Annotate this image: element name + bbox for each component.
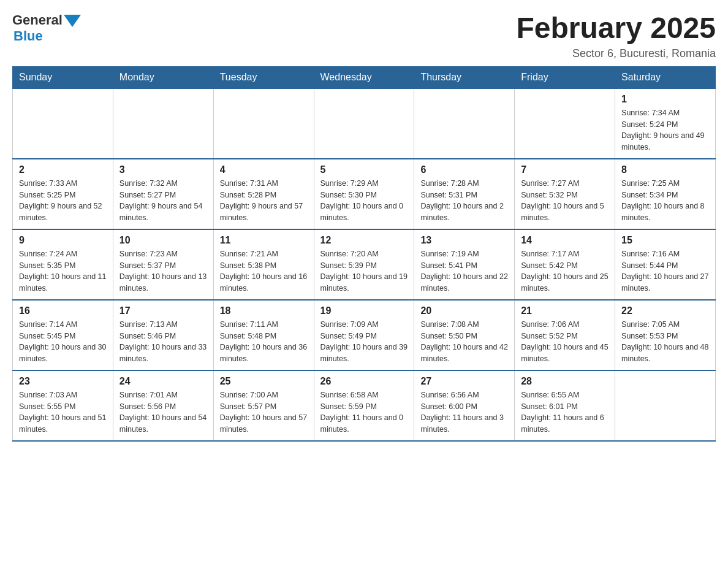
day-number: 2 [19, 164, 107, 175]
calendar-cell: 14Sunrise: 7:17 AMSunset: 5:42 PMDayligh… [515, 229, 615, 300]
day-info: Sunrise: 7:34 AMSunset: 5:24 PMDaylight:… [621, 107, 709, 153]
day-info: Sunrise: 7:32 AMSunset: 5:27 PMDaylight:… [119, 178, 207, 224]
day-number: 16 [19, 305, 107, 316]
day-number: 7 [521, 164, 609, 175]
calendar-cell: 6Sunrise: 7:28 AMSunset: 5:31 PMDaylight… [414, 159, 515, 229]
calendar-table: SundayMondayTuesdayWednesdayThursdayFrid… [12, 66, 716, 442]
calendar-cell: 10Sunrise: 7:23 AMSunset: 5:37 PMDayligh… [113, 229, 213, 300]
day-number: 6 [420, 164, 508, 175]
calendar-day-header: Friday [515, 66, 615, 88]
calendar-cell [414, 88, 515, 159]
day-info: Sunrise: 7:27 AMSunset: 5:32 PMDaylight:… [521, 178, 609, 224]
title-section: February 2025 Sector 6, Bucuresti, Roman… [516, 12, 716, 60]
day-info: Sunrise: 7:13 AMSunset: 5:46 PMDaylight:… [119, 319, 207, 365]
calendar-cell: 3Sunrise: 7:32 AMSunset: 5:27 PMDaylight… [113, 159, 213, 229]
day-info: Sunrise: 7:24 AMSunset: 5:35 PMDaylight:… [19, 248, 107, 294]
calendar-cell: 28Sunrise: 6:55 AMSunset: 6:01 PMDayligh… [515, 370, 615, 441]
calendar-cell: 1Sunrise: 7:34 AMSunset: 5:24 PMDaylight… [615, 88, 716, 159]
day-number: 1 [621, 94, 709, 105]
day-number: 17 [119, 305, 207, 316]
day-info: Sunrise: 7:29 AMSunset: 5:30 PMDaylight:… [320, 178, 408, 224]
calendar-week-row: 23Sunrise: 7:03 AMSunset: 5:55 PMDayligh… [13, 370, 716, 441]
day-number: 15 [621, 235, 709, 246]
day-number: 3 [119, 164, 207, 175]
day-number: 28 [521, 376, 609, 387]
day-number: 12 [320, 235, 408, 246]
calendar-cell [615, 370, 716, 441]
day-info: Sunrise: 7:08 AMSunset: 5:50 PMDaylight:… [420, 319, 508, 365]
day-number: 21 [521, 305, 609, 316]
calendar-cell: 24Sunrise: 7:01 AMSunset: 5:56 PMDayligh… [113, 370, 213, 441]
calendar-cell: 18Sunrise: 7:11 AMSunset: 5:48 PMDayligh… [213, 300, 314, 370]
calendar-cell: 13Sunrise: 7:19 AMSunset: 5:41 PMDayligh… [414, 229, 515, 300]
day-number: 13 [420, 235, 508, 246]
calendar-day-header: Wednesday [314, 66, 414, 88]
day-number: 10 [119, 235, 207, 246]
day-number: 23 [19, 376, 107, 387]
day-number: 18 [220, 305, 308, 316]
calendar-cell: 15Sunrise: 7:16 AMSunset: 5:44 PMDayligh… [615, 229, 716, 300]
day-info: Sunrise: 7:03 AMSunset: 5:55 PMDaylight:… [19, 389, 107, 435]
day-number: 25 [220, 376, 308, 387]
day-info: Sunrise: 7:25 AMSunset: 5:34 PMDaylight:… [621, 178, 709, 224]
day-number: 9 [19, 235, 107, 246]
calendar-week-row: 9Sunrise: 7:24 AMSunset: 5:35 PMDaylight… [13, 229, 716, 300]
day-info: Sunrise: 7:21 AMSunset: 5:38 PMDaylight:… [220, 248, 308, 294]
day-info: Sunrise: 7:05 AMSunset: 5:53 PMDaylight:… [621, 319, 709, 365]
calendar-week-row: 1Sunrise: 7:34 AMSunset: 5:24 PMDaylight… [13, 88, 716, 159]
calendar-cell: 9Sunrise: 7:24 AMSunset: 5:35 PMDaylight… [13, 229, 113, 300]
day-info: Sunrise: 7:23 AMSunset: 5:37 PMDaylight:… [119, 248, 207, 294]
calendar-day-header: Thursday [414, 66, 515, 88]
logo-blue-text: Blue [13, 28, 43, 44]
calendar-cell [515, 88, 615, 159]
calendar-cell: 2Sunrise: 7:33 AMSunset: 5:25 PMDaylight… [13, 159, 113, 229]
day-info: Sunrise: 6:55 AMSunset: 6:01 PMDaylight:… [521, 389, 609, 435]
calendar-cell: 25Sunrise: 7:00 AMSunset: 5:57 PMDayligh… [213, 370, 314, 441]
calendar-cell [113, 88, 213, 159]
day-number: 20 [420, 305, 508, 316]
calendar-cell: 20Sunrise: 7:08 AMSunset: 5:50 PMDayligh… [414, 300, 515, 370]
logo-general-text: General [12, 12, 63, 28]
calendar-day-header: Tuesday [213, 66, 314, 88]
calendar-cell [213, 88, 314, 159]
month-year-title: February 2025 [516, 12, 716, 45]
day-number: 5 [320, 164, 408, 175]
calendar-cell [314, 88, 414, 159]
day-info: Sunrise: 7:19 AMSunset: 5:41 PMDaylight:… [420, 248, 508, 294]
calendar-cell: 21Sunrise: 7:06 AMSunset: 5:52 PMDayligh… [515, 300, 615, 370]
day-info: Sunrise: 7:06 AMSunset: 5:52 PMDaylight:… [521, 319, 609, 365]
calendar-day-header: Monday [113, 66, 213, 88]
calendar-day-header: Sunday [13, 66, 113, 88]
day-info: Sunrise: 7:16 AMSunset: 5:44 PMDaylight:… [621, 248, 709, 294]
day-number: 22 [621, 305, 709, 316]
day-info: Sunrise: 7:00 AMSunset: 5:57 PMDaylight:… [220, 389, 308, 435]
calendar-cell: 16Sunrise: 7:14 AMSunset: 5:45 PMDayligh… [13, 300, 113, 370]
calendar-week-row: 2Sunrise: 7:33 AMSunset: 5:25 PMDaylight… [13, 159, 716, 229]
day-info: Sunrise: 7:09 AMSunset: 5:49 PMDaylight:… [320, 319, 408, 365]
page-header: General Blue February 2025 Sector 6, Buc… [12, 12, 716, 60]
calendar-cell: 5Sunrise: 7:29 AMSunset: 5:30 PMDaylight… [314, 159, 414, 229]
day-info: Sunrise: 7:28 AMSunset: 5:31 PMDaylight:… [420, 178, 508, 224]
calendar-cell: 11Sunrise: 7:21 AMSunset: 5:38 PMDayligh… [213, 229, 314, 300]
calendar-cell: 22Sunrise: 7:05 AMSunset: 5:53 PMDayligh… [615, 300, 716, 370]
day-info: Sunrise: 7:01 AMSunset: 5:56 PMDaylight:… [119, 389, 207, 435]
location-subtitle: Sector 6, Bucuresti, Romania [516, 47, 716, 60]
day-info: Sunrise: 7:31 AMSunset: 5:28 PMDaylight:… [220, 178, 308, 224]
calendar-cell: 7Sunrise: 7:27 AMSunset: 5:32 PMDaylight… [515, 159, 615, 229]
day-info: Sunrise: 7:11 AMSunset: 5:48 PMDaylight:… [220, 319, 308, 365]
calendar-cell: 8Sunrise: 7:25 AMSunset: 5:34 PMDaylight… [615, 159, 716, 229]
day-number: 11 [220, 235, 308, 246]
calendar-day-header: Saturday [615, 66, 716, 88]
calendar-cell: 27Sunrise: 6:56 AMSunset: 6:00 PMDayligh… [414, 370, 515, 441]
day-number: 4 [220, 164, 308, 175]
logo-blue-part [63, 13, 81, 27]
calendar-cell: 12Sunrise: 7:20 AMSunset: 5:39 PMDayligh… [314, 229, 414, 300]
day-info: Sunrise: 6:58 AMSunset: 5:59 PMDaylight:… [320, 389, 408, 435]
calendar-cell [13, 88, 113, 159]
calendar-cell: 26Sunrise: 6:58 AMSunset: 5:59 PMDayligh… [314, 370, 414, 441]
day-info: Sunrise: 7:33 AMSunset: 5:25 PMDaylight:… [19, 178, 107, 224]
calendar-cell: 4Sunrise: 7:31 AMSunset: 5:28 PMDaylight… [213, 159, 314, 229]
day-number: 27 [420, 376, 508, 387]
calendar-cell: 23Sunrise: 7:03 AMSunset: 5:55 PMDayligh… [13, 370, 113, 441]
calendar-week-row: 16Sunrise: 7:14 AMSunset: 5:45 PMDayligh… [13, 300, 716, 370]
